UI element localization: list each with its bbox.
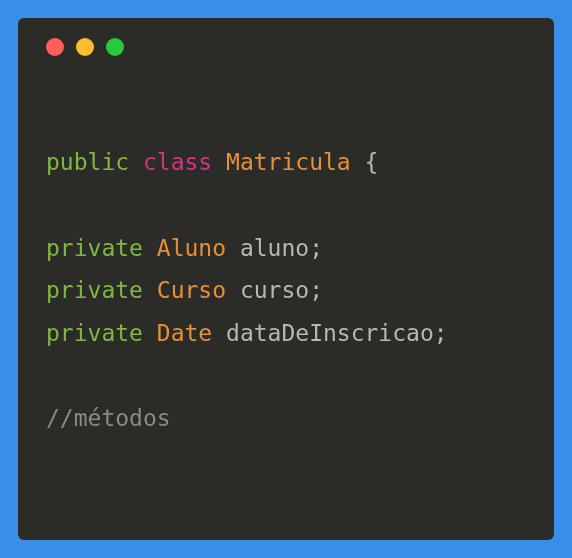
blank-line xyxy=(46,354,526,397)
code-line-field: private Aluno aluno; xyxy=(46,227,526,270)
field-name: dataDeInscricao xyxy=(226,320,434,346)
close-icon[interactable] xyxy=(46,38,64,56)
field-name: aluno xyxy=(240,235,309,261)
semicolon: ; xyxy=(309,277,323,303)
keyword-public: public xyxy=(46,149,129,175)
code-line-comment: //métodos xyxy=(46,397,526,440)
code-line-class-decl: public class Matricula { xyxy=(46,141,526,184)
comment-text: //métodos xyxy=(46,405,171,431)
field-name: curso xyxy=(240,277,309,303)
minimize-icon[interactable] xyxy=(76,38,94,56)
keyword-private: private xyxy=(46,277,143,303)
maximize-icon[interactable] xyxy=(106,38,124,56)
semicolon: ; xyxy=(309,235,323,261)
window-title-bar xyxy=(46,38,526,56)
semicolon: ; xyxy=(434,320,448,346)
open-brace: { xyxy=(351,149,379,175)
code-line-field: private Date dataDeInscricao; xyxy=(46,312,526,355)
code-window: public class Matricula { private Aluno a… xyxy=(18,18,554,540)
keyword-class: class xyxy=(143,149,212,175)
keyword-private: private xyxy=(46,235,143,261)
field-type: Date xyxy=(157,320,212,346)
code-block: public class Matricula { private Aluno a… xyxy=(46,141,526,440)
code-line-field: private Curso curso; xyxy=(46,269,526,312)
field-type: Curso xyxy=(157,277,226,303)
keyword-private: private xyxy=(46,320,143,346)
blank-line xyxy=(46,184,526,227)
class-name: Matricula xyxy=(226,149,351,175)
field-type: Aluno xyxy=(157,235,226,261)
